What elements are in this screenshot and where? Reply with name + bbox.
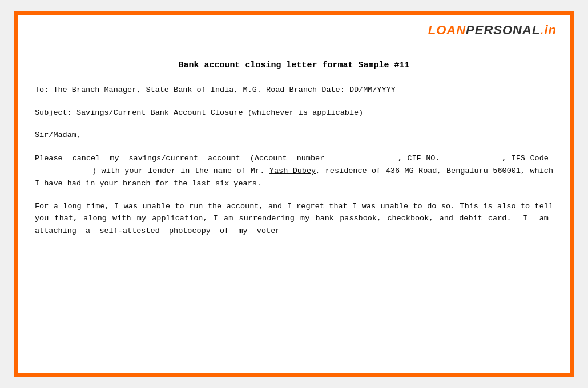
ifs-blank xyxy=(35,164,92,177)
logo-in: .in xyxy=(540,23,557,37)
cif-blank xyxy=(445,152,502,165)
letter-title: Bank account closing letter format Sampl… xyxy=(35,60,553,70)
outer-border: LOANPERSONAL.in Bank account closing let… xyxy=(14,11,574,377)
paragraph-1: Please cancel my savings/current account… xyxy=(35,152,553,190)
subject-line: Subject: Savings/Current Bank Account Cl… xyxy=(35,107,553,119)
logo-area: LOANPERSONAL.in xyxy=(428,23,557,38)
salutation: Sir/Madam, xyxy=(35,129,553,142)
letter-body: To: The Branch Manager, State Bank of In… xyxy=(35,84,553,237)
logo: LOANPERSONAL.in xyxy=(428,23,557,37)
logo-personal: PERSONAL xyxy=(466,23,540,37)
to-line: To: The Branch Manager, State Bank of In… xyxy=(35,84,553,96)
paragraph-2: For a long time, I was unable to run the… xyxy=(35,200,553,237)
logo-loan: LOAN xyxy=(428,23,466,37)
account-holder-name: Yash Dubey xyxy=(269,167,316,175)
inner-border: LOANPERSONAL.in Bank account closing let… xyxy=(17,14,571,374)
account-number-blank xyxy=(329,152,398,165)
content: Bank account closing letter format Sampl… xyxy=(35,60,553,362)
